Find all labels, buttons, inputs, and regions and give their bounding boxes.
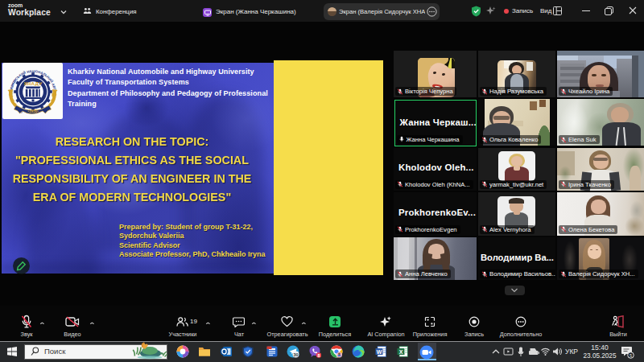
svg-text:X: X [399,349,403,355]
svg-text:8: 8 [317,353,320,358]
svg-text:5: 5 [630,353,632,358]
svg-text:ХНАДУ: ХНАДУ [23,80,42,86]
svg-text:W: W [376,349,382,355]
svg-text:30: 30 [293,352,298,357]
svg-text:•1930•: •1930• [27,109,39,113]
